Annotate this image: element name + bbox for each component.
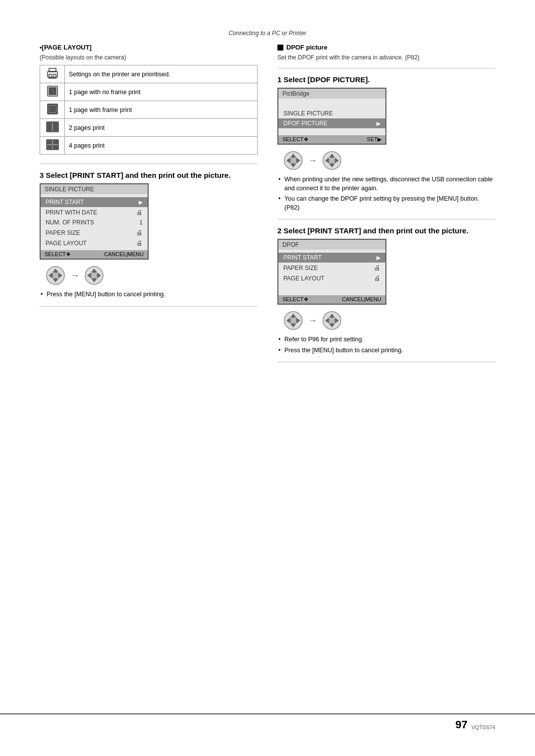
screen2-body: SINGLE PICTURE DPOF PICTURE ▶	[278, 99, 385, 133]
screen3-title: DPOF	[278, 240, 385, 250]
screen1-item-page-layout: PAGE LAYOUT 🖨	[41, 238, 148, 248]
dpad-right	[83, 265, 105, 286]
screen3-label-paper-size: PAPER SIZE	[283, 265, 318, 271]
table-row: 1 page with no frame print	[40, 83, 258, 101]
layout-icon-1page-frame	[40, 101, 65, 119]
nav-icon-row-1: →	[45, 265, 258, 286]
screen3-footer-right: CANCEL|MENU	[342, 296, 381, 303]
nav-icon-row-2: →	[282, 150, 495, 171]
screen1-footer-right: CANCEL|MENU	[104, 251, 144, 258]
svg-rect-20	[47, 145, 52, 149]
page-code: VQT0S74	[472, 724, 495, 730]
divider-5	[277, 362, 495, 362]
screen2-arrow-dpof: ▶	[376, 120, 380, 127]
screen3-icon-paper-size: 🖨	[374, 264, 380, 271]
dpad-left-3	[282, 310, 304, 331]
screen1-icon-paper-size: 🖨	[136, 229, 143, 236]
screen1-body: PRINT START ▶ PRINT WITH DATE 🖨 NUM. OF …	[41, 194, 148, 248]
divider-1	[40, 163, 258, 164]
screen2-footer-right: SET▶	[367, 136, 381, 143]
svg-point-39	[290, 158, 296, 163]
screen1-value-num-prints: 1	[139, 219, 143, 226]
bullet-step2-1: Refer to P96 for print setting.	[277, 335, 495, 344]
bullet-step1-1: When printing under the new settings, di…	[277, 175, 495, 193]
screen1-label-paper-size: PAPER SIZE	[46, 229, 80, 236]
screen1-item-arrow-print-start: ▶	[139, 199, 143, 206]
page: Connecting to a PC or Printer •[PAGE LAY…	[0, 0, 535, 756]
screen2-item-single-picture: SINGLE PICTURE	[278, 108, 385, 118]
page-header-caption: Connecting to a PC or Printer	[40, 30, 495, 37]
printer-icon	[46, 67, 59, 79]
one-page-noframe-icon	[46, 85, 59, 97]
screen3-item-page-layout: PAGE LAYOUT 🖨	[278, 273, 385, 283]
step2-heading: 2 Select [PRINT START] and then print ou…	[277, 226, 495, 235]
layout-icon-1page-noframe	[40, 83, 65, 101]
screen3-footer: SELECT❖ CANCEL|MENU	[278, 295, 385, 304]
two-column-layout: •[PAGE LAYOUT] (Possible layouts on the …	[40, 44, 495, 369]
dpad-left	[45, 265, 66, 286]
svg-rect-18	[47, 140, 52, 144]
dpad-left-2	[282, 150, 304, 171]
screen2-footer: SELECT❖ SET▶	[278, 135, 385, 144]
screen1-item-num-prints: NUM. OF PRINTS 1	[41, 217, 148, 227]
left-column: •[PAGE LAYOUT] (Possible layouts on the …	[40, 44, 258, 369]
table-row: 2 pages print	[40, 119, 258, 137]
screen2-title: PictBridge	[278, 89, 385, 99]
dpof-section-header: DPOF picture	[277, 44, 495, 51]
screen3-arrow-print-start: ▶	[376, 255, 380, 261]
bullet-list-step1: When printing under the new settings, di…	[277, 175, 495, 212]
screen-pictbridge: PictBridge SINGLE PICTURE DPOF PICTURE ▶…	[277, 88, 386, 145]
dpof-desc: Set the DPOF print with the camera in ad…	[277, 54, 495, 61]
layout-icon-4pages	[40, 137, 65, 155]
screen-single-picture: SINGLE PICTURE PRINT START ▶ PRINT WITH …	[40, 183, 149, 260]
screen2-label-dpof-picture: DPOF PICTURE	[283, 120, 327, 127]
screen3-icon-page-layout: 🖨	[374, 274, 380, 282]
screen1-icon-print-with-date: 🖨	[136, 209, 143, 216]
screen1-footer-left: SELECT❖	[45, 251, 71, 258]
arrow-right-icon-3: →	[308, 316, 317, 326]
divider-4	[277, 219, 495, 219]
screen3-item-print-start: PRINT START ▶	[278, 253, 385, 263]
layout-table: Settings on the printer are prioritised.…	[40, 65, 258, 155]
step1-heading: 1 Select [DPOF PICTURE].	[277, 75, 495, 84]
table-row: 1 page with frame print	[40, 101, 258, 119]
svg-point-57	[329, 318, 335, 324]
layout-row-1-text: Settings on the printer are prioritised.	[65, 65, 258, 83]
screen3-item-paper-size: PAPER SIZE 🖨	[278, 263, 385, 273]
svg-rect-13	[47, 122, 52, 131]
two-pages-icon	[46, 121, 59, 133]
page-footer: 97 VQT0S74	[0, 713, 535, 731]
svg-rect-6	[49, 87, 56, 95]
svg-point-33	[91, 272, 97, 278]
screen1-item-label-print-start: PRINT START	[46, 199, 84, 206]
layout-row-4-text: 2 pages print	[65, 119, 258, 137]
svg-rect-10	[49, 106, 56, 112]
screen2-label-single-picture: SINGLE PICTURE	[283, 110, 333, 117]
bullet-item-1: Press the [MENU] button to cancel printi…	[40, 290, 258, 299]
svg-rect-14	[53, 122, 58, 131]
screen1-label-print-with-date: PRINT WITH DATE	[46, 209, 97, 216]
screen1-footer: SELECT❖ CANCEL|MENU	[41, 250, 148, 259]
divider-3	[277, 68, 495, 68]
svg-rect-2	[49, 74, 56, 78]
one-page-frame-icon	[46, 103, 59, 115]
screen2-item-dpof-picture: DPOF PICTURE ▶	[278, 118, 385, 128]
screen1-label-page-layout: PAGE LAYOUT	[46, 240, 87, 247]
four-pages-icon	[46, 139, 59, 151]
svg-point-27	[53, 272, 58, 278]
screen1-icon-page-layout: 🖨	[136, 239, 143, 247]
divider-2	[40, 306, 258, 307]
layout-icon-printer	[40, 65, 65, 83]
layout-row-2-text: 1 page with no frame print	[65, 83, 258, 101]
screen2-footer-left: SELECT❖	[282, 136, 309, 143]
screen3-body: PRINT START ▶ PAPER SIZE 🖨 PAGE LAYOUT 🖨	[278, 250, 385, 293]
svg-point-45	[329, 158, 335, 163]
bullet-list-1: Press the [MENU] button to cancel printi…	[40, 290, 258, 299]
screen-dpof: DPOF PRINT START ▶ PAPER SIZE 🖨 PAGE LAY…	[277, 239, 386, 305]
layout-icon-2pages	[40, 119, 65, 137]
screen1-item-print-start: PRINT START ▶	[41, 197, 148, 207]
dpad-right-3	[321, 310, 343, 331]
layout-row-5-text: 4 pages print	[65, 137, 258, 155]
screen3-label-print-start: PRINT START	[283, 254, 321, 261]
screen1-item-paper-size: PAPER SIZE 🖨	[41, 227, 148, 238]
